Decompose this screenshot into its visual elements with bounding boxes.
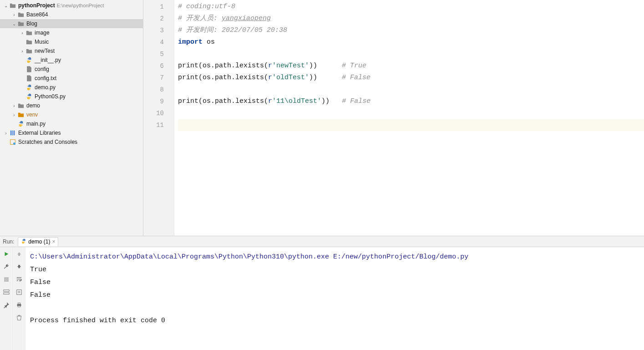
up-arrow-icon[interactable] <box>15 250 23 258</box>
tree-item-label: main.py <box>26 121 46 127</box>
code-token: # False <box>342 74 370 81</box>
code-line[interactable] <box>178 119 644 131</box>
folder-icon <box>25 38 33 46</box>
tree-item-music[interactable]: Music <box>0 37 143 46</box>
chevron-right-icon[interactable]: › <box>11 12 17 17</box>
folder-icon <box>17 102 25 109</box>
console-line: Process finished with exit code 0 <box>30 314 639 327</box>
wrench-icon[interactable] <box>2 263 10 271</box>
tree-item-venv[interactable]: ›venv <box>0 110 143 119</box>
chevron-down-icon[interactable]: ⌄ <box>11 21 17 26</box>
tree-item-base864[interactable]: ›Base864 <box>0 10 143 19</box>
code-line[interactable]: # coding:utf-8 <box>178 1 644 13</box>
tree-item-label: image <box>35 30 50 36</box>
line-number: 5 <box>143 48 174 60</box>
print-icon[interactable] <box>15 301 23 309</box>
code-token: )) <box>321 97 330 105</box>
code-token: # False <box>342 97 370 105</box>
code-token: os <box>203 38 215 46</box>
editor-code[interactable]: # coding:utf-8# 开发人员: yangxiaopeng# 开发时间… <box>174 0 644 236</box>
tree-item--init-py[interactable]: __init__.py <box>0 56 143 65</box>
tree-item-external-libraries[interactable]: ›External Libraries <box>0 128 143 137</box>
tree-item-label: Music <box>35 39 49 45</box>
code-line[interactable] <box>178 107 644 119</box>
tree-item-demo[interactable]: ›demo <box>0 101 143 110</box>
line-number: 3 <box>143 25 174 36</box>
run-tab[interactable]: demo (1) × <box>18 237 58 246</box>
tree-item-label: newTest <box>35 48 55 54</box>
scroll-to-end-icon[interactable] <box>15 288 23 296</box>
rerun-button[interactable] <box>2 250 10 258</box>
code-editor[interactable]: 1234567891011 # coding:utf-8# 开发人员: yang… <box>143 0 644 236</box>
chevron-right-icon[interactable]: › <box>3 131 9 136</box>
code-line[interactable]: print(os.path.lexists(r'11\oldTest')) # … <box>178 96 644 107</box>
code-token: '11\oldTest' <box>272 97 321 105</box>
line-number: 9 <box>143 96 174 107</box>
extlib-icon <box>9 129 16 137</box>
code-line[interactable]: # 开发时间: 2022/07/05 20:38 <box>178 25 644 36</box>
run-panel-label: Run: <box>3 238 14 245</box>
run-panel: Run: demo (1) × <box>0 236 644 350</box>
svg-rect-10 <box>18 303 20 304</box>
line-number: 4 <box>143 36 174 48</box>
code-line[interactable]: print(os.path.lexists(r'newTest')) # Tru… <box>178 60 644 72</box>
down-arrow-icon[interactable] <box>15 263 23 271</box>
py-icon <box>25 93 33 100</box>
py-icon <box>25 84 33 91</box>
project-tree[interactable]: ⌄pythonProjectE:\new\pythonProject›Base8… <box>0 0 143 236</box>
tree-item-python0s-py[interactable]: Python0S.py <box>0 92 143 101</box>
layout-icon[interactable] <box>2 288 10 296</box>
code-token: # 开发人员: <box>178 15 222 22</box>
close-icon[interactable]: × <box>52 238 55 245</box>
tree-item-config[interactable]: config <box>0 65 143 74</box>
tree-item-hint: E:\new\pythonProject <box>57 3 104 8</box>
scratch-icon <box>9 138 16 146</box>
run-console[interactable]: C:\Users\Administrator\AppData\Local\Pro… <box>25 247 644 350</box>
file-icon <box>25 66 33 73</box>
chevron-right-icon[interactable]: › <box>11 112 17 117</box>
code-line[interactable]: # 开发人员: yangxiaopeng <box>178 13 644 25</box>
trash-icon[interactable] <box>15 314 23 322</box>
code-token: 'newTest' <box>272 62 309 70</box>
chevron-right-icon[interactable]: › <box>11 103 17 108</box>
line-number: 11 <box>143 119 174 131</box>
svg-rect-11 <box>18 306 20 307</box>
tree-item-label: Python0S.py <box>35 93 66 100</box>
line-number: 6 <box>143 60 174 72</box>
soft-wrap-icon[interactable] <box>15 275 23 284</box>
code-line[interactable] <box>178 84 644 96</box>
code-token: # 开发时间: 2022/07/05 20:38 <box>178 26 287 34</box>
tree-item-config-txt[interactable]: config.txt <box>0 74 143 83</box>
chevron-right-icon[interactable]: › <box>19 49 25 54</box>
tree-item-label: demo.py <box>35 84 56 91</box>
line-number: 8 <box>143 84 174 96</box>
py-icon <box>17 120 25 127</box>
line-number: 7 <box>143 72 174 84</box>
line-number: 1 <box>143 1 174 13</box>
run-tab-label: demo (1) <box>28 238 50 245</box>
tree-item-image[interactable]: ›image <box>0 28 143 37</box>
code-line[interactable]: import os <box>178 36 644 48</box>
tree-item-blog[interactable]: ⌄Blog <box>0 19 143 28</box>
tree-item-demo-py[interactable]: demo.py <box>0 83 143 92</box>
chevron-right-icon[interactable]: › <box>19 30 25 36</box>
svg-rect-2 <box>14 131 15 136</box>
chevron-down-icon[interactable]: ⌄ <box>3 3 9 8</box>
tree-item-pythonproject[interactable]: ⌄pythonProjectE:\new\pythonProject <box>0 1 143 10</box>
stop-button[interactable] <box>2 275 10 284</box>
tree-item-main-py[interactable]: main.py <box>0 119 143 128</box>
svg-rect-1 <box>12 131 13 136</box>
tree-item-label: config <box>35 66 49 72</box>
pin-icon[interactable] <box>2 301 10 309</box>
folder-icon <box>17 20 25 27</box>
code-line[interactable] <box>178 48 644 60</box>
python-icon <box>21 238 26 245</box>
tree-item-label: venv <box>26 112 38 118</box>
tree-item-newtest[interactable]: ›newTest <box>0 46 143 56</box>
console-line: True <box>30 264 639 276</box>
tree-item-scratches-and-consoles[interactable]: Scratches and Consoles <box>0 137 143 147</box>
code-line[interactable]: print(os.path.lexists(r'oldTest')) # Fal… <box>178 72 644 84</box>
code-token: yangxiaopeng <box>222 15 271 22</box>
console-line: False <box>30 289 639 302</box>
code-token <box>330 97 342 105</box>
